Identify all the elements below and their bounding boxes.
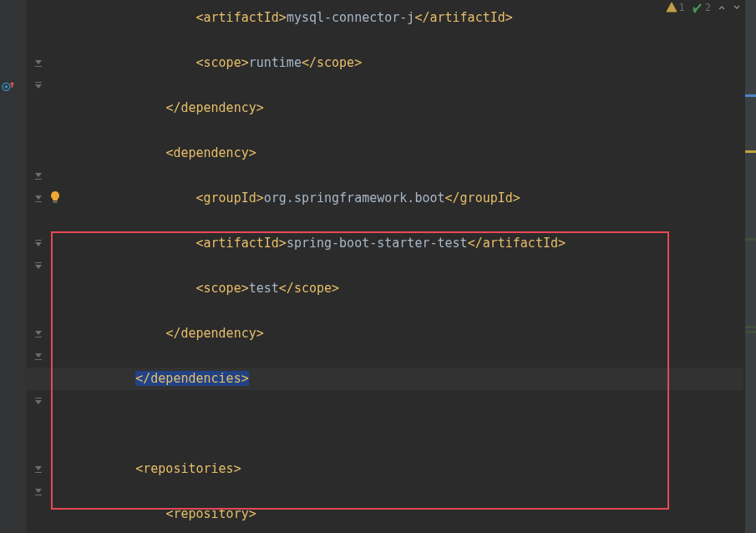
editor-scrollbar[interactable] <box>745 0 756 533</box>
check-icon <box>692 2 703 13</box>
code-line[interactable]: <dependency> <box>27 142 743 165</box>
code-line[interactable]: <groupId>org.springframework.boot</group… <box>27 187 743 210</box>
scrollbar-mark[interactable] <box>745 331 756 333</box>
intention-bulb-icon[interactable] <box>48 190 62 204</box>
svg-point-3 <box>5 85 8 89</box>
editor-gutter[interactable] <box>0 0 27 533</box>
code-line[interactable]: <artifactId>mysql-connector-j</artifactI… <box>27 7 743 29</box>
warning-icon <box>666 2 677 13</box>
inspection-status-bar[interactable]: 1 2 <box>666 2 741 13</box>
code-line[interactable]: </dependency> <box>27 97 743 119</box>
code-line[interactable]: </dependency> <box>27 322 743 345</box>
code-editor[interactable]: <artifactId>mysql-connector-j</artifactI… <box>27 0 743 533</box>
svg-rect-14 <box>53 201 58 203</box>
scrollbar-mark[interactable] <box>745 94 756 97</box>
check-count: 2 <box>705 2 711 13</box>
code-line[interactable]: <repositories> <box>27 458 743 480</box>
warning-count: 1 <box>679 2 685 13</box>
code-line[interactable]: </dependencies> <box>27 368 743 390</box>
code-line[interactable] <box>27 413 743 435</box>
chevron-down-icon[interactable] <box>733 3 741 12</box>
warning-indicator[interactable]: 1 <box>666 2 685 13</box>
code-line[interactable]: <scope>test</scope> <box>27 277 743 300</box>
scrollbar-mark[interactable] <box>745 238 756 241</box>
scrollbar-mark[interactable] <box>745 326 756 328</box>
scrollbar-mark[interactable] <box>745 150 756 153</box>
chevron-up-icon[interactable] <box>718 3 726 12</box>
code-line[interactable]: <scope>runtime</scope> <box>27 52 743 74</box>
code-line[interactable]: <artifactId>spring-boot-starter-test</ar… <box>27 232 743 255</box>
run-gutter-icon[interactable] <box>2 79 15 93</box>
code-line[interactable]: <repository> <box>27 503 743 525</box>
check-indicator[interactable]: 2 <box>692 2 711 13</box>
